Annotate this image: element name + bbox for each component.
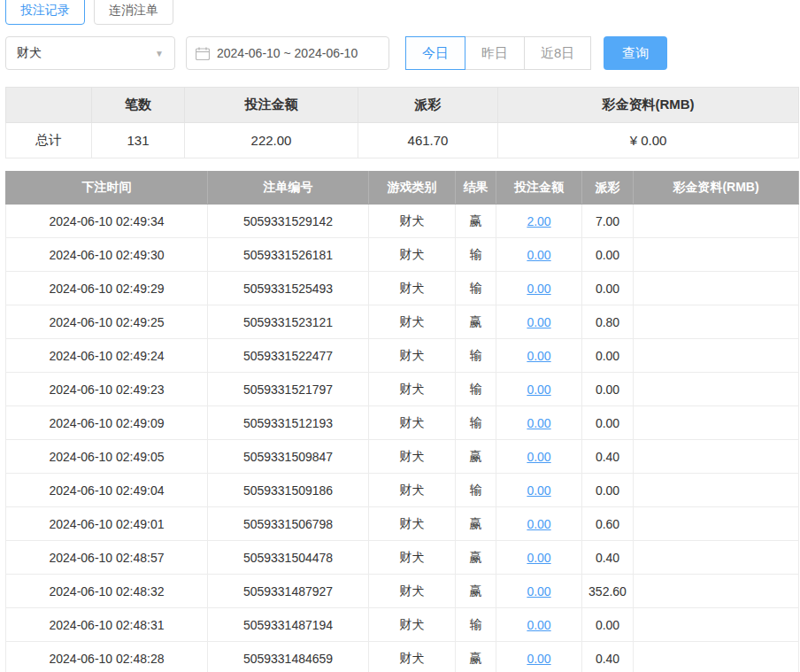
cell-result: 输 [456,406,496,440]
cell-result: 赢 [456,541,496,575]
quick-date-buttons: 今日 昨日 近8日 [405,36,591,70]
bet-amount-link[interactable]: 0.00 [527,517,550,531]
game-type-value: 财犬 [17,45,42,61]
tab-canceled-orders[interactable]: 连消注单 [94,0,173,25]
cell-bonus [634,406,799,440]
cell-bonus [634,272,799,305]
bet-amount-link[interactable]: 2.00 [527,214,550,228]
cell-game: 财犬 [369,474,456,507]
cell-result: 输 [456,373,496,406]
cell-game: 财犬 [369,440,456,474]
summary-header-empty [6,88,92,123]
calendar-icon [196,47,210,60]
summary-total-amount: 222.00 [185,123,358,158]
quick-btn-today[interactable]: 今日 [405,36,465,70]
summary-header-row: 笔数 投注金额 派彩 彩金资料(RMB) [6,88,799,123]
quick-btn-yesterday[interactable]: 昨日 [465,36,525,70]
cell-result: 赢 [456,642,496,672]
cell-time: 2024-06-10 02:49:24 [6,339,208,373]
chevron-down-icon: ▼ [155,49,164,58]
cell-bonus [634,305,799,339]
cell-time: 2024-06-10 02:49:30 [6,238,208,272]
cell-bonus [634,575,799,608]
cell-bonus [634,474,799,507]
cell-result: 输 [456,608,496,642]
cell-payout: 0.00 [582,373,634,406]
table-row: 2024-06-10 02:49:045059331509186财犬输0.000… [6,474,799,507]
cell-order: 5059331526181 [208,238,369,272]
cell-result: 赢 [456,440,496,474]
bet-amount-link[interactable]: 0.00 [527,483,550,498]
cell-payout: 0.80 [582,305,634,339]
top-tabs: 投注记录 连消注单 [5,0,800,25]
bet-records-page: 投注记录 连消注单 财犬 ▼ 2024-06-10 ~ 2024-06-10 今… [0,0,800,667]
table-row: 2024-06-10 02:49:235059331521797财犬输0.000… [6,373,799,406]
bet-amount-link[interactable]: 0.00 [527,248,550,262]
table-row: 2024-06-10 02:49:345059331529142财犬赢2.007… [6,205,799,238]
summary-total-label: 总计 [6,123,92,158]
cell-time: 2024-06-10 02:49:04 [6,474,208,507]
header-bet-time: 下注时间 [6,172,208,205]
summary-table: 笔数 投注金额 派彩 彩金资料(RMB) 总计 131 222.00 461.7… [5,87,799,158]
cell-order: 5059331484659 [208,642,369,672]
bet-amount-link[interactable]: 0.00 [527,584,550,599]
cell-order: 5059331506798 [208,507,369,541]
cell-time: 2024-06-10 02:49:05 [6,440,208,474]
cell-game: 财犬 [369,541,456,575]
cell-payout: 0.40 [582,440,634,474]
cell-game: 财犬 [369,575,456,608]
bet-amount-link[interactable]: 0.00 [527,382,550,397]
table-row: 2024-06-10 02:48:315059331487194财犬输0.000… [6,608,799,642]
cell-order: 5059331512193 [208,406,369,440]
bet-amount-link[interactable]: 0.00 [527,618,550,632]
cell-game: 财犬 [369,339,456,373]
header-bonus: 彩金资料(RMB) [634,172,799,205]
bet-amount-link[interactable]: 0.00 [527,551,550,565]
cell-order: 5059331525493 [208,272,369,305]
table-row: 2024-06-10 02:49:255059331523121财犬赢0.000… [6,305,799,339]
bet-amount-link[interactable]: 0.00 [527,652,550,666]
bet-amount-link[interactable]: 0.00 [527,450,550,464]
cell-order: 5059331523121 [208,305,369,339]
cell-game: 财犬 [369,406,456,440]
bet-amount-link[interactable]: 0.00 [527,315,550,329]
cell-time: 2024-06-10 02:48:57 [6,541,208,575]
quick-btn-last-8-days[interactable]: 近8日 [524,36,591,70]
date-range-value: 2024-06-10 ~ 2024-06-10 [217,46,358,60]
cell-result: 赢 [456,575,496,608]
cell-bonus [634,440,799,474]
cell-bet: 0.00 [496,305,582,339]
summary-header-payout: 派彩 [358,88,498,123]
header-bet-amount: 投注金额 [496,172,582,205]
bet-amount-link[interactable]: 0.00 [527,416,550,430]
date-range-input[interactable]: 2024-06-10 ~ 2024-06-10 [186,36,389,70]
table-row: 2024-06-10 02:48:325059331487927财犬赢0.003… [6,575,799,608]
cell-order: 5059331509186 [208,474,369,507]
cell-result: 赢 [456,507,496,541]
cell-bonus [634,339,799,373]
cell-game: 财犬 [369,608,456,642]
cell-bonus [634,507,799,541]
cell-bet: 0.00 [496,406,582,440]
bet-amount-link[interactable]: 0.00 [527,349,550,363]
cell-bet: 0.00 [496,373,582,406]
cell-order: 5059331529142 [208,205,369,238]
table-row: 2024-06-10 02:49:095059331512193财犬输0.000… [6,406,799,440]
cell-order: 5059331509847 [208,440,369,474]
cell-time: 2024-06-10 02:49:09 [6,406,208,440]
tab-bet-records[interactable]: 投注记录 [5,0,85,25]
game-type-select[interactable]: 财犬 ▼ [5,36,175,70]
cell-game: 财犬 [369,373,456,406]
summary-total-count: 131 [92,123,185,158]
cell-game: 财犬 [369,205,456,238]
bet-amount-link[interactable]: 0.00 [527,282,550,296]
cell-result: 输 [456,339,496,373]
cell-bet: 0.00 [496,339,582,373]
cell-time: 2024-06-10 02:49:34 [6,205,208,238]
cell-bet: 0.00 [496,575,582,608]
search-button[interactable]: 查询 [604,36,667,70]
summary-total-payout: 461.70 [358,123,498,158]
cell-bonus [634,373,799,406]
table-row: 2024-06-10 02:48:285059331484659财犬赢0.000… [6,642,799,672]
header-game-type: 游戏类别 [369,172,456,205]
